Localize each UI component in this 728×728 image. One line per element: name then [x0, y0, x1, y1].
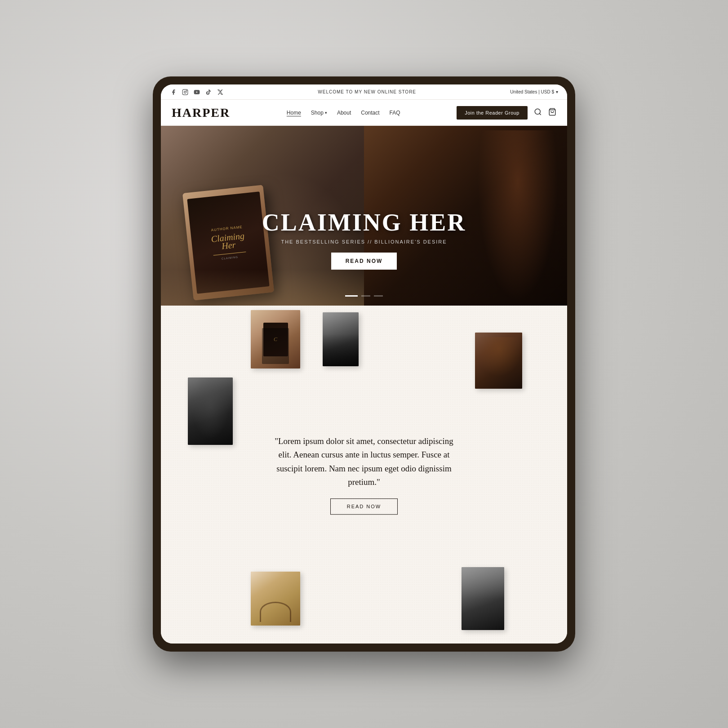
hero-dot-2: [374, 295, 383, 297]
instagram-icon[interactable]: [182, 89, 189, 96]
nav-right: Join the Reader Group: [457, 106, 556, 120]
scatter-image-man-bw: [188, 377, 233, 445]
hero-dot-active: [345, 295, 358, 297]
scatter-image-headphones: [251, 572, 300, 626]
youtube-icon[interactable]: [193, 89, 200, 96]
content-section: C: [161, 306, 567, 644]
quote-section: "Lorem ipsum dolor sit amet, consectetur…: [270, 435, 458, 515]
tablet-screen: WELCOME TO MY NEW ONLINE STORE United St…: [161, 84, 567, 644]
hero-overlay: CLAIMING HER THE BESTSELLING SERIES // B…: [161, 209, 567, 270]
hero-dot-1: [361, 295, 370, 297]
scatter-image-couple: [475, 333, 522, 389]
nav-home[interactable]: Home: [287, 110, 301, 116]
social-icons-group: [170, 89, 224, 96]
announcement-text: WELCOME TO MY NEW ONLINE STORE: [318, 89, 416, 94]
svg-rect-0: [182, 89, 188, 95]
nav-shop[interactable]: Shop ▾: [311, 110, 327, 116]
cart-icon[interactable]: [548, 108, 556, 118]
nav-faq[interactable]: FAQ: [390, 110, 400, 116]
nav-contact[interactable]: Contact: [361, 110, 379, 116]
nav-shop-label: Shop: [311, 110, 324, 116]
join-reader-group-button[interactable]: Join the Reader Group: [457, 106, 528, 120]
search-icon[interactable]: [534, 108, 542, 118]
scatter-image-bw-woman: [323, 312, 359, 366]
hero-subtitle: THE BESTSELLING SERIES // BILLIONAIRE'S …: [281, 239, 447, 244]
scatter-image-book: C: [251, 310, 300, 368]
shop-chevron-icon: ▾: [325, 111, 327, 115]
scatter-image-bw-woman2: [462, 567, 504, 630]
nav-links: Home Shop ▾ About Contact FAQ: [287, 110, 400, 116]
tablet-frame: WELCOME TO MY NEW ONLINE STORE United St…: [153, 76, 575, 652]
nav-about[interactable]: About: [337, 110, 351, 116]
quote-read-now-button[interactable]: READ NOW: [330, 498, 398, 515]
chevron-down-icon: ▾: [556, 89, 558, 94]
nav-bar: HARPER Home Shop ▾ About Contact FAQ Joi…: [161, 100, 567, 126]
facebook-icon[interactable]: [170, 89, 177, 96]
hands-shadow: [161, 270, 364, 306]
hero-title: CLAIMING HER: [262, 209, 466, 236]
hero-dots: [345, 295, 383, 297]
top-bar: WELCOME TO MY NEW ONLINE STORE United St…: [161, 84, 567, 100]
tiktok-icon[interactable]: [205, 89, 212, 96]
svg-point-2: [186, 90, 187, 91]
brand-logo[interactable]: HARPER: [172, 106, 230, 120]
hero-section: AUTHOR NAME Claiming Her CLAIMING: [161, 126, 567, 306]
locale-selector[interactable]: United States | USD $ ▾: [510, 89, 558, 94]
svg-point-4: [535, 109, 540, 114]
hero-read-now-button[interactable]: READ NOW: [331, 253, 397, 270]
quote-text: "Lorem ipsum dolor sit amet, consectetur…: [270, 435, 458, 489]
svg-point-1: [184, 91, 186, 93]
twitter-x-icon[interactable]: [217, 89, 224, 96]
locale-text: United States | USD $: [510, 89, 554, 94]
